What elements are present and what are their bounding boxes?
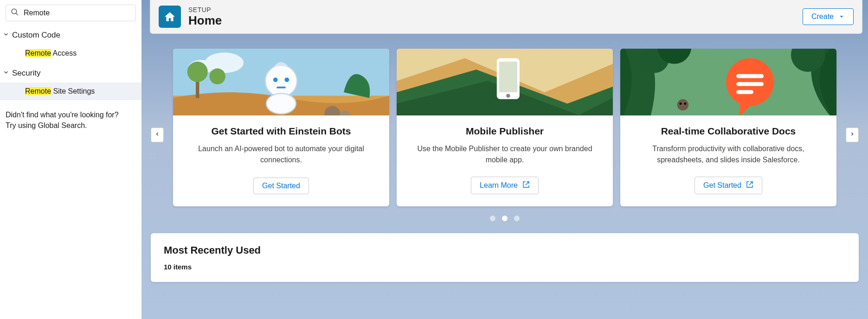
svg-point-13 <box>266 94 296 114</box>
svg-rect-21 <box>499 62 517 92</box>
tree-section-security[interactable]: Security <box>0 64 141 83</box>
svg-point-32 <box>680 102 682 105</box>
carousel-dot-1[interactable] <box>502 216 508 221</box>
promo-card-mobile-publisher: Mobile Publisher Use the Mobile Publishe… <box>397 49 613 206</box>
svg-point-0 <box>12 9 17 14</box>
promo-card-einstein-bots: Get Started with Einstein Bots Launch an… <box>173 49 389 206</box>
card-action-button[interactable]: Learn More <box>471 177 539 194</box>
page-title: Home <box>188 13 803 28</box>
svg-point-33 <box>684 102 686 105</box>
svg-point-7 <box>187 62 208 82</box>
create-button-label: Create <box>811 13 834 21</box>
svg-point-9 <box>265 65 297 97</box>
chevron-down-icon <box>3 31 12 40</box>
search-highlight: Remote <box>25 49 51 57</box>
svg-rect-28 <box>736 74 764 78</box>
card-title: Mobile Publisher <box>466 126 544 137</box>
promo-card-collaborative-docs: Real-time Collaborative Docs Transform p… <box>620 49 836 206</box>
setup-sidebar: Custom Code Remote Access Security Remot… <box>0 0 141 319</box>
page-eyebrow: SETUP <box>188 6 803 13</box>
create-button[interactable]: Create <box>803 8 854 25</box>
carousel-dots <box>151 216 859 221</box>
quick-find-input[interactable] <box>24 9 131 17</box>
card-title: Get Started with Einstein Bots <box>211 126 351 137</box>
setup-main: SETUP Home Create <box>141 0 868 319</box>
chevron-right-icon <box>849 131 855 139</box>
page-header: SETUP Home Create <box>150 0 862 34</box>
chevron-down-icon <box>3 69 12 78</box>
tree-item-remote-access[interactable]: Remote Access <box>0 45 141 62</box>
most-recently-used-panel: Most Recently Used 10 items <box>151 233 859 282</box>
card-illustration <box>397 49 613 115</box>
card-description: Use the Mobile Publisher to create your … <box>408 143 602 166</box>
external-link-icon <box>746 181 753 190</box>
svg-point-10 <box>273 77 278 82</box>
card-illustration <box>173 49 389 115</box>
svg-point-22 <box>506 94 510 98</box>
carousel: Get Started with Einstein Bots Launch an… <box>141 49 868 221</box>
tree-section-label: Security <box>12 69 40 78</box>
svg-rect-29 <box>736 82 764 86</box>
card-title: Real-time Collaborative Docs <box>661 126 796 137</box>
card-action-button[interactable]: Get Started <box>694 177 762 194</box>
tree-section-label: Custom Code <box>12 31 60 40</box>
card-description: Launch an AI-powered bot to automate you… <box>184 143 378 166</box>
svg-point-11 <box>284 77 289 82</box>
svg-line-1 <box>16 13 18 15</box>
card-description: Transform productivity with collaborativ… <box>631 143 825 166</box>
caret-down-icon <box>838 13 845 21</box>
svg-rect-30 <box>736 90 753 94</box>
svg-point-8 <box>209 69 225 84</box>
quick-find-box[interactable] <box>6 5 136 21</box>
carousel-dot-2[interactable] <box>514 216 520 221</box>
tree-section-custom-code[interactable]: Custom Code <box>0 26 141 45</box>
card-illustration <box>620 49 836 115</box>
search-icon <box>11 8 24 18</box>
carousel-next-button[interactable] <box>846 128 859 142</box>
card-action-button[interactable]: Get Started <box>253 178 309 194</box>
search-highlight: Remote <box>25 87 51 95</box>
recent-count: 10 items <box>164 263 846 271</box>
no-results-help: Didn't find what you're looking for? Try… <box>0 100 141 140</box>
carousel-prev-button[interactable] <box>151 128 164 142</box>
recent-title: Most Recently Used <box>164 244 846 256</box>
svg-point-31 <box>677 99 689 111</box>
external-link-icon <box>522 181 530 190</box>
home-icon <box>159 6 181 28</box>
svg-rect-12 <box>276 87 286 89</box>
chevron-left-icon <box>154 131 160 139</box>
tree-item-remote-site-settings[interactable]: Remote Site Settings <box>0 83 141 100</box>
carousel-dot-0[interactable] <box>490 216 495 221</box>
